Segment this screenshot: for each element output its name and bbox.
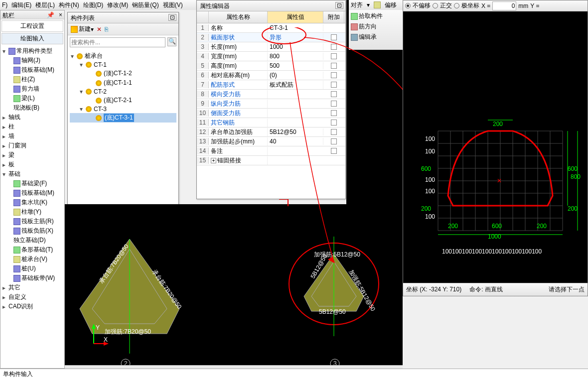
close-icon[interactable]: ×	[59, 11, 62, 18]
nav-item[interactable]: ▾基础	[1, 169, 63, 179]
close-icon[interactable]: ⊡	[168, 14, 176, 21]
radio-polar[interactable]	[454, 3, 459, 8]
edit-button[interactable]: 编辑承	[351, 33, 401, 41]
nav-item[interactable]: 梁(L)	[1, 94, 63, 103]
prop-row[interactable]: 2截面形状异形	[197, 33, 345, 42]
tree-node[interactable]: ▾CT-1	[70, 61, 176, 69]
tree-node[interactable]: (底)CT-3-1	[70, 113, 176, 123]
dialog-toolbar: 新建 ▾ ✕ ⎘	[68, 23, 178, 35]
cross-section-panel: 不偏移 正交 极坐标 X = mm Y = ✕	[403, 0, 588, 296]
prop-row[interactable]: 7配筋形式板式配筋	[197, 80, 345, 90]
prop-row[interactable]: 5高度(mm)500	[197, 61, 345, 71]
tree-node[interactable]: (底)CT-2-1	[70, 96, 176, 105]
nav-item[interactable]: 柱(Z)	[1, 75, 63, 84]
cross-canvas[interactable]: ✕ 200 600 600 800 200 200 200 600 200 10…	[403, 11, 588, 283]
dialog-title-text: 构件列表	[71, 14, 95, 21]
menu-file[interactable]: F)	[2, 1, 7, 8]
nav-item[interactable]: ▸自定义	[1, 292, 63, 302]
tree-node[interactable]: (顶)CT-1-2	[70, 69, 176, 78]
nav-item[interactable]: 基础梁(F)	[1, 179, 63, 188]
menu-draw[interactable]: 绘图(D)	[83, 1, 104, 9]
prop-row[interactable]: 13加强筋起步(mm)40	[197, 137, 345, 146]
nav-item[interactable]: 剪力墙	[1, 84, 63, 94]
nav-panel: 航栏 📌 × 工程设置 绘图输入 ▾常用构件类型轴网(J)筏板基础(M)柱(Z)…	[0, 10, 65, 369]
prop-row[interactable]: 11其它钢筋	[197, 118, 345, 127]
close-icon[interactable]: ⊡	[335, 2, 343, 9]
nav-item[interactable]: 筏板基础(M)	[1, 65, 63, 75]
cross-status-bar: 坐标 (X: -324 Y: 710) 命令: 画直线 请选择下一点	[403, 283, 588, 296]
y-label: Y =	[530, 2, 539, 9]
prop-row[interactable]: 6相对底标高(m)(0)	[197, 71, 345, 80]
menu-modify[interactable]: 修改(M)	[107, 1, 128, 9]
nav-item[interactable]: 条形基础(T)	[1, 245, 63, 254]
nav-item[interactable]: 筏板主筋(R)	[1, 217, 63, 226]
svg-text:100: 100	[425, 213, 435, 220]
pick-button[interactable]: 拾取构件	[351, 12, 401, 20]
nav-item[interactable]: ▸柱	[1, 122, 63, 131]
nav-item[interactable]: ▸CAD识别	[1, 302, 63, 311]
pin-icon[interactable]: 📌	[47, 11, 54, 18]
nav-item[interactable]: 独立基础(D)	[1, 236, 63, 245]
col-value: 属性值	[268, 11, 323, 23]
svg-text:1000: 1000	[488, 233, 501, 240]
prop-row[interactable]: 14备注	[197, 146, 345, 156]
nav-item[interactable]: 桩(U)	[1, 264, 63, 273]
prop-rows: 1名称CT-3-12截面形状异形3长度(mm)10004宽度(mm)8005高度…	[197, 23, 345, 165]
nav-item[interactable]: 筏板基础(M)	[1, 188, 63, 198]
menu-rebar[interactable]: 钢筋量(Q)	[132, 1, 158, 9]
nav-item[interactable]: 现浇板(B)	[1, 103, 63, 113]
x-input[interactable]	[492, 1, 516, 10]
pile-cap-shape-right: 加强筋:5B12@50 5B12@50 加强筋:5B12@50 5B12@50	[284, 237, 384, 336]
nav-item[interactable]: ▸墙	[1, 131, 63, 141]
prop-row[interactable]: 8横向受力筋	[197, 90, 345, 99]
prop-row[interactable]: 1名称CT-3-1	[197, 23, 345, 33]
menu-edit[interactable]: 编辑(E)	[11, 1, 31, 9]
nav-item[interactable]: ▸板	[1, 160, 63, 169]
search-button[interactable]: 🔍	[167, 37, 176, 46]
copy-icon[interactable]: ⎘	[105, 26, 108, 33]
property-editor-dialog: 属性编辑器 ⊡ 属性名称 属性值 附加 1名称CT-3-12截面形状异形3长度(…	[196, 0, 346, 199]
new-icon	[71, 26, 78, 33]
offset-button[interactable]: 偏移	[385, 1, 397, 9]
prop-row[interactable]: 10侧面受力筋	[197, 109, 345, 118]
main-canvas[interactable]: 承台筋:7B20@50 承台筋:7B20@50 加强筋:7B20@50 Y X …	[65, 204, 403, 371]
delete-icon[interactable]: ✕	[97, 26, 102, 33]
dir-button[interactable]: 筋方向	[351, 22, 401, 31]
tree-node[interactable]: ▾CT-2	[70, 88, 176, 96]
tab-project[interactable]: 工程设置	[1, 20, 63, 32]
nav-item[interactable]: 轴网(J)	[1, 56, 63, 65]
prop-row[interactable]: 9纵向受力筋	[197, 99, 345, 109]
prop-row[interactable]: 12承台单边加强筋5B12@50	[197, 127, 345, 137]
menu-floor[interactable]: 楼层(L)	[35, 1, 55, 9]
svg-text:100: 100	[425, 188, 435, 195]
align-button[interactable]: 对齐	[351, 1, 363, 9]
nav-item[interactable]: ▸梁	[1, 150, 63, 160]
nav-item[interactable]: ▸门窗洞	[1, 141, 63, 150]
nav-item[interactable]: 桩承台(V)	[1, 254, 63, 264]
pile-cap-shape-left: 承台筋:7B20@50 承台筋:7B20@50 加强筋:7B20@50	[70, 234, 189, 354]
menu-component[interactable]: 构件(N)	[59, 1, 79, 9]
radio-ortho[interactable]	[433, 3, 438, 8]
prop-row[interactable]: 4宽度(mm)800	[197, 52, 345, 61]
prop-row[interactable]: 3长度(mm)1000	[197, 42, 345, 52]
prompt-label: 请选择下一点	[549, 285, 585, 294]
prop-row[interactable]: 15+锚固搭接	[197, 156, 345, 165]
nav-item[interactable]: ▸轴线	[1, 113, 63, 122]
nav-item[interactable]: 柱墩(Y)	[1, 207, 63, 217]
nav-item[interactable]: 筏板负筋(X)	[1, 226, 63, 236]
nav-item[interactable]: ▾常用构件类型	[1, 46, 63, 56]
x-label: X =	[481, 2, 490, 9]
svg-text:100100100100100100100100100100: 100100100100100100100100100100	[442, 248, 542, 255]
search-input[interactable]	[70, 37, 165, 47]
radio-keep[interactable]	[405, 3, 411, 8]
tree-node[interactable]: (底)CT-1-1	[70, 78, 176, 88]
tree-node[interactable]: ▾CT-3	[70, 105, 176, 113]
nav-item[interactable]: ▸其它	[1, 283, 63, 292]
nav-item[interactable]: 基础板带(W)	[1, 273, 63, 283]
tree-node[interactable]: ▾桩承台	[70, 51, 176, 61]
new-button[interactable]: 新建 ▾	[71, 25, 94, 33]
nav-item[interactable]: 集水坑(K)	[1, 198, 63, 207]
menu-view[interactable]: 视图(V)	[163, 1, 183, 9]
svg-text:100: 100	[425, 135, 435, 142]
tab-draw-input[interactable]: 绘图输入	[1, 33, 63, 44]
